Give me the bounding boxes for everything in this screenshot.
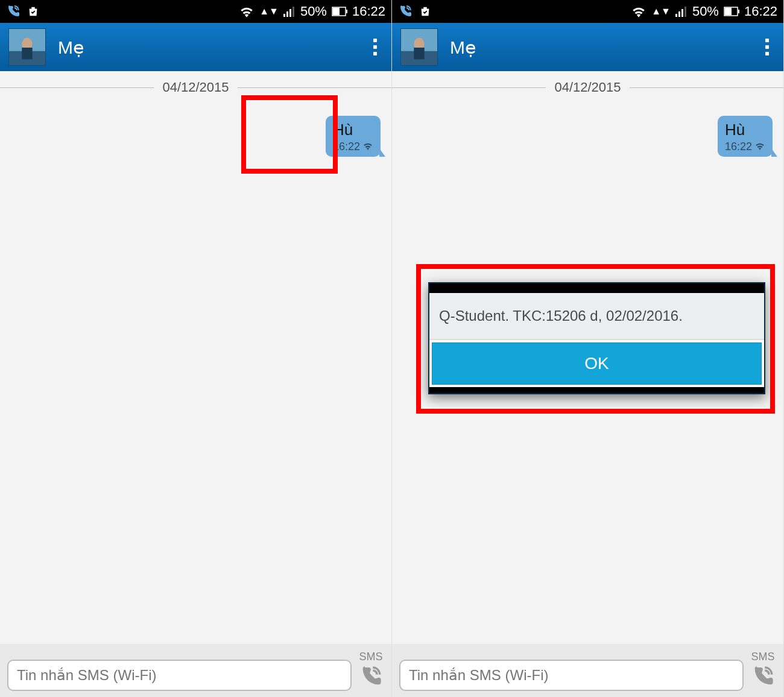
call-wifi-icon [398, 4, 413, 19]
svg-rect-17 [738, 10, 739, 13]
call-wifi-icon [6, 4, 21, 19]
svg-rect-13 [681, 9, 683, 17]
svg-rect-1 [286, 11, 288, 17]
svg-rect-0 [283, 14, 285, 17]
clock: 16:22 [352, 4, 385, 19]
battery-icon [724, 7, 739, 16]
status-bar: ▲▼ 50% 16:22 [0, 0, 391, 23]
overflow-menu-button[interactable] [759, 33, 775, 62]
svg-rect-12 [678, 11, 680, 17]
phone-right: ▲▼ 50% 16:22 Mẹ 04/12/2015 Hù 16:22 [392, 0, 784, 697]
battery-icon [332, 7, 347, 16]
input-bar: SMS [0, 644, 391, 697]
chat-header: Mẹ [392, 23, 783, 71]
contact-name: Mẹ [450, 37, 476, 58]
send-button[interactable] [750, 664, 776, 691]
date-label: 04/12/2015 [154, 80, 237, 95]
svg-rect-16 [725, 8, 732, 15]
input-bar: SMS [392, 644, 783, 697]
svg-rect-21 [414, 48, 424, 59]
svg-rect-3 [292, 7, 294, 17]
data-updown-icon: ▲▼ [651, 6, 671, 17]
avatar[interactable] [8, 28, 46, 66]
messages-area[interactable]: Hù 16:22 Q-Student. TKC:15206 d, 02/02/2… [392, 101, 783, 644]
svg-rect-6 [346, 10, 347, 13]
message-text: Hù [725, 121, 765, 139]
message-time: 16:22 [333, 140, 360, 153]
messages-area[interactable]: Hù 16:22 [0, 101, 391, 644]
phone-left: ▲▼ 50% 16:22 Mẹ 04/12/2015 Hù 16:22 [0, 0, 392, 697]
alert-dialog: Q-Student. TKC:15206 d, 02/02/2016. OK [428, 282, 765, 394]
wifi-icon [631, 5, 646, 17]
outgoing-message[interactable]: Hù 16:22 [326, 116, 381, 157]
send-mode-label: SMS [751, 651, 774, 663]
outgoing-message[interactable]: Hù 16:22 [718, 116, 773, 157]
signal-icon [283, 6, 296, 17]
wifi-sent-icon [362, 142, 373, 153]
clock: 16:22 [744, 4, 777, 19]
store-icon [419, 5, 432, 18]
date-divider: 04/12/2015 [0, 80, 391, 95]
svg-rect-10 [22, 48, 32, 59]
store-icon [27, 5, 40, 18]
send-button[interactable] [358, 664, 384, 691]
svg-rect-14 [684, 7, 686, 17]
message-input[interactable] [399, 660, 744, 691]
svg-rect-11 [675, 14, 677, 17]
wifi-sent-icon [754, 142, 765, 153]
message-time: 16:22 [725, 140, 752, 153]
message-input[interactable] [7, 660, 352, 691]
svg-rect-2 [289, 9, 291, 17]
date-label: 04/12/2015 [546, 80, 629, 95]
contact-name: Mẹ [58, 37, 84, 58]
chat-header: Mẹ [0, 23, 391, 71]
send-mode-label: SMS [359, 651, 382, 663]
wifi-icon [239, 5, 254, 17]
dialog-ok-button[interactable]: OK [432, 342, 762, 385]
battery-percent: 50% [300, 4, 327, 19]
dialog-message: Q-Student. TKC:15206 d, 02/02/2016. [429, 293, 764, 339]
avatar[interactable] [400, 28, 438, 66]
svg-rect-5 [333, 8, 340, 15]
battery-percent: 50% [692, 4, 719, 19]
status-bar: ▲▼ 50% 16:22 [392, 0, 783, 23]
overflow-menu-button[interactable] [367, 33, 383, 62]
data-updown-icon: ▲▼ [259, 6, 279, 17]
date-divider: 04/12/2015 [392, 80, 783, 95]
message-text: Hù [333, 121, 373, 139]
signal-icon [675, 6, 688, 17]
